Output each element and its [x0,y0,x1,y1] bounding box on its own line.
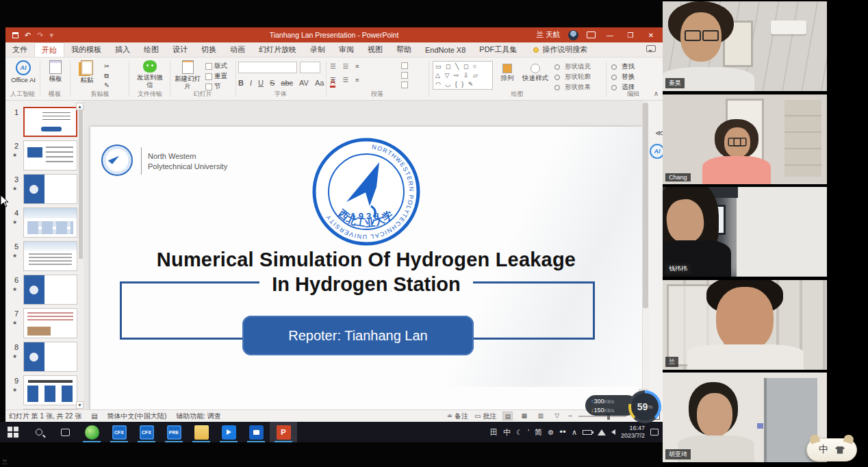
format-painter-button[interactable]: ✎ [104,81,110,89]
kerning-button[interactable]: AV [299,79,309,87]
participant-video-3[interactable]: 钱祎祎 [663,187,827,277]
account-name[interactable]: 兰 天航 [537,30,560,40]
participant-video-5[interactable]: 胡亚琦 [663,373,827,462]
volume-icon[interactable] [611,429,615,435]
slide-thumbnail-6[interactable] [23,275,77,305]
slide-thumbnail-1[interactable] [23,107,77,137]
taskbar-app-pre[interactable]: PRE [160,422,188,442]
slide-title-line1[interactable]: Numerical Simulation Of Hydrogen Leakage [90,249,642,271]
taskbar-app-ppt[interactable]: P [270,422,297,442]
participant-video-2[interactable]: Chang [663,94,827,184]
normal-view-button[interactable]: ▤ [502,412,513,420]
find-button[interactable]: 查找 [611,62,635,71]
people-icon[interactable]: ꔷꔷ [559,428,566,436]
paragraph-row2[interactable]: ☰☰≡ [330,76,364,84]
restore-button[interactable]: ❐ [624,31,637,39]
tab-视图[interactable]: 视图 [361,42,390,57]
new-slide-button[interactable]: 新建幻灯片 [173,60,203,90]
shape-outline-button[interactable]: 形状轮廓 [554,73,591,81]
ime-skin-icon[interactable] [835,446,845,454]
tab-审阅[interactable]: 审阅 [332,42,361,57]
account-avatar[interactable] [568,30,578,40]
ribbon-display-icon[interactable] [587,31,596,38]
tab-设计[interactable]: 设计 [166,42,194,57]
send-wechat-button[interactable]: 发送到微信 [134,60,166,89]
reset-button[interactable]: 重置 [205,72,227,81]
slide-thumbnail-2[interactable] [23,140,77,171]
comments-icon[interactable] [646,45,656,52]
smartart-button[interactable] [401,81,408,88]
ime-settings-icon[interactable]: ⚙ [548,429,554,436]
copy-button[interactable]: ⧉ [104,72,109,80]
italic-button[interactable]: I [250,79,252,87]
text-direction-button[interactable] [401,62,408,69]
reading-view-button[interactable]: ▥ [535,412,546,420]
slide-thumbnail-3[interactable] [23,174,77,204]
comments-button[interactable]: ▭ 批注 [474,412,496,421]
tab-EndNote X8[interactable]: EndNote X8 [418,42,472,57]
collapse-ribbon-icon[interactable]: ∧ [654,90,659,97]
save-icon[interactable] [12,32,18,38]
reporter-banner[interactable]: Repoter: Tianhang Lan [242,316,474,355]
clock[interactable]: 16:47 2023/7/2 [621,425,645,440]
notes-button[interactable]: ≐ 备注 [447,412,468,421]
slide-thumbnail-9[interactable] [23,375,77,405]
ime-floating-widget[interactable]: 中 [806,438,857,462]
slideshow-button[interactable]: ▽ [552,412,562,420]
shape-fill-button[interactable]: 形状填充 [554,62,591,71]
font-size-combo[interactable] [300,62,320,73]
participant-video-4[interactable]: 兰 [663,280,827,370]
shapes-gallery[interactable]: ▭ ◻ ╲ ◻ ○ △ ▽ ⇨ ⇩ ▱ ◠ ◡ { } ✎ [433,61,493,90]
panel-scroll-thumb[interactable] [79,108,83,259]
tab-帮助[interactable]: 帮助 [390,42,418,57]
taskbar-app-meeting[interactable] [215,422,242,442]
align-text-button[interactable] [401,72,408,79]
tab-开始[interactable]: 开始 [34,42,64,57]
tray-grid-icon[interactable]: 田 [490,427,498,438]
undo-icon[interactable]: ↶ [25,27,31,42]
paste-button[interactable]: 粘贴 [75,60,99,84]
tab-幻灯片放映[interactable]: 幻灯片放映 [252,42,303,57]
qat-dropdown-icon[interactable]: ▾ [49,27,53,42]
accessibility-status[interactable]: 辅助功能: 调查 [176,412,221,421]
start-button[interactable] [0,422,26,442]
tab-录制[interactable]: 录制 [303,42,332,57]
sorter-view-button[interactable]: ▦ [519,412,529,420]
layout-button[interactable]: 版式 [205,62,227,71]
close-button[interactable]: ✕ [645,31,657,39]
ime-simplified-icon[interactable]: 简 [535,427,542,438]
performance-gauge[interactable]: 59% [628,390,661,423]
strikethrough-button[interactable]: S [270,79,275,87]
cut-button[interactable]: ✂ [104,62,110,70]
taskbar-app-cfx[interactable]: CFX [105,422,133,442]
tab-我的模板[interactable]: 我的模板 [64,42,108,57]
replace-button[interactable]: 替换 [611,73,635,81]
moon-icon[interactable]: ☾ [516,429,522,436]
slide-thumbnail-8[interactable] [23,342,77,372]
paragraph-row1[interactable]: ☰☱≡ [330,62,364,70]
quick-style-button[interactable]: 快速样式 [520,64,550,82]
underline-button[interactable]: U [258,79,264,87]
minimize-button[interactable]: — [604,31,616,39]
tab-绘图[interactable]: 绘图 [137,42,166,57]
clear-format-button[interactable]: abc [281,79,293,87]
tab-文件[interactable]: 文件 [5,42,34,57]
font-name-combo[interactable] [238,62,297,73]
change-case-button[interactable]: Aa [315,79,324,87]
spellcheck-icon[interactable]: ▤ [91,412,97,420]
tell-me-search[interactable]: 操作说明搜索 [524,42,587,57]
bold-button[interactable]: B [238,79,244,87]
tab-动画[interactable]: 动画 [223,42,252,57]
slide-thumbnail-4[interactable] [23,207,77,238]
redo-icon[interactable]: ↷ [37,27,43,42]
zoom-out-button[interactable]: − [568,412,572,420]
arrange-button[interactable]: 排列 [497,64,518,82]
punctuation-icon[interactable]: ’ [528,429,529,436]
taskbar-app-media[interactable] [242,422,270,442]
task-view-icon[interactable] [52,422,78,442]
tab-插入[interactable]: 插入 [108,42,137,57]
panel-scroll-up[interactable]: ▲ [76,103,84,110]
language-status[interactable]: 简体中文(中国大陆) [107,412,167,421]
slide-vscroll-thumb[interactable] [643,103,648,308]
tab-切换[interactable]: 切换 [194,42,223,57]
